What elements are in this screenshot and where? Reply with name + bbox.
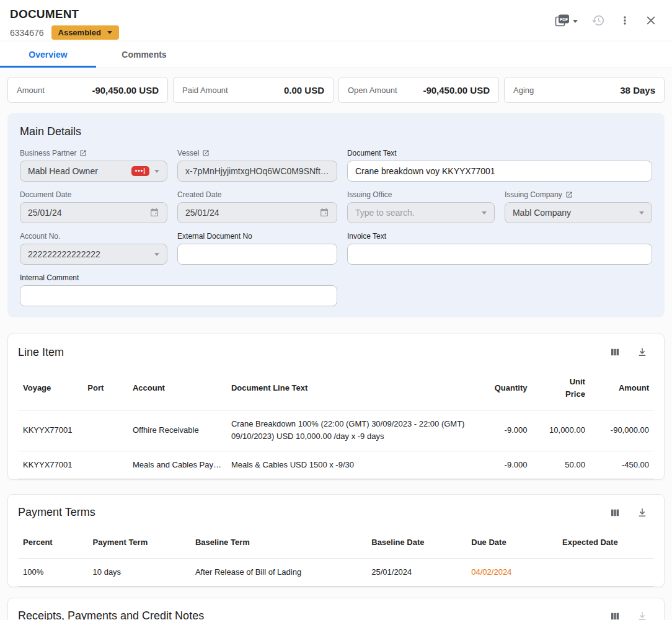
pdf-export-button[interactable]: PDF <box>551 11 581 32</box>
line-item-row[interactable]: KKYYX77001 Meals and Cables Pay… Meals &… <box>18 451 654 479</box>
columns-button[interactable] <box>606 505 624 521</box>
col-port: Port <box>82 366 128 410</box>
cell-account: Meals and Cables Pay… <box>133 459 221 471</box>
external-document-no-field: External Document No <box>177 231 337 265</box>
business-partner-value: Mabl Head Owner <box>28 166 126 176</box>
download-button-disabled[interactable] <box>633 608 652 620</box>
cell-document-line-text: Crane Breakdown 100% (22:00 (GMT) 30/09/… <box>226 410 480 451</box>
summary-row: Amount -90,450.00 USD Paid Amount 0.00 U… <box>0 68 672 103</box>
line-item-row[interactable]: KKYYX77001 Offhire Receivable Crane Brea… <box>18 410 654 451</box>
summary-label: Paid Amount <box>182 86 228 95</box>
download-icon <box>637 507 648 518</box>
col-amount: Amount <box>590 366 654 410</box>
col-document-line-text: Document Line Text <box>226 366 480 410</box>
summary-value: -90,450.00 USD <box>423 85 490 95</box>
mabl-marker-badge: •••| <box>131 166 149 176</box>
close-button[interactable] <box>641 12 661 31</box>
external-document-no-label: External Document No <box>177 232 252 241</box>
tab-comments[interactable]: Comments <box>96 42 192 68</box>
issuing-company-label: Issuing Company <box>505 190 562 199</box>
status-label: Assembled <box>58 28 101 37</box>
document-number: 6334676 <box>10 28 44 38</box>
external-link-icon[interactable] <box>565 191 573 198</box>
receipts-section: Receipts, Payments and Credit Notes Docu… <box>7 598 665 620</box>
download-icon <box>637 347 648 358</box>
business-partner-label: Business Partner <box>20 149 76 157</box>
chevron-down-icon <box>573 20 578 23</box>
line-item-table: Voyage Port Account Document Line Text Q… <box>18 366 654 479</box>
cell-percent: 100% <box>18 558 88 586</box>
account-no-select[interactable]: 222222222222222 <box>20 244 167 265</box>
document-text-input[interactable] <box>347 161 652 182</box>
issuing-company-value: Mabl Company <box>513 208 634 218</box>
issuing-company-select[interactable]: Mabl Company <box>505 202 652 223</box>
download-button[interactable] <box>633 505 652 521</box>
invoice-text-input[interactable] <box>347 244 652 265</box>
created-date-input[interactable]: 25/01/24 <box>177 202 337 223</box>
vessel-input[interactable]: x-7pMnHjyjimtxgHOq6WC0M9SNft… <box>177 161 337 182</box>
col-baseline-date: Baseline Date <box>366 527 466 559</box>
chevron-down-icon <box>107 31 112 34</box>
cell-voyage: KKYYX77001 <box>18 451 82 479</box>
history-icon <box>591 14 605 29</box>
columns-button[interactable] <box>606 344 624 360</box>
col-percent: Percent <box>18 527 88 559</box>
document-date-field: Document Date 25/01/24 <box>20 190 167 223</box>
issuing-office-placeholder: Type to search. <box>355 208 477 218</box>
col-unit-price: Unit Price <box>532 366 590 410</box>
created-date-value: 25/01/24 <box>185 208 314 218</box>
external-link-icon[interactable] <box>79 149 87 157</box>
status-badge[interactable]: Assembled <box>51 25 119 40</box>
cell-quantity: -9.000 <box>480 451 533 479</box>
payment-terms-table: Percent Payment Term Baseline Term Basel… <box>18 527 654 587</box>
document-date-input[interactable]: 25/01/24 <box>20 202 167 223</box>
calendar-icon <box>149 208 159 218</box>
download-button[interactable] <box>633 344 652 360</box>
business-partner-select[interactable]: Mabl Head Owner •••| <box>20 161 167 182</box>
summary-card-paid-amount: Paid Amount 0.00 USD <box>173 77 334 103</box>
external-document-no-input[interactable] <box>177 244 337 265</box>
section-title-main-details: Main Details <box>20 125 652 138</box>
payment-term-row[interactable]: 100% 10 days After Release of Bill of La… <box>18 558 654 586</box>
more-menu-button[interactable] <box>615 12 635 31</box>
columns-button[interactable] <box>606 608 624 620</box>
vessel-label: Vessel <box>177 149 199 157</box>
cell-voyage: KKYYX77001 <box>18 410 82 451</box>
account-no-label: Account No. <box>20 232 60 241</box>
cell-document-line-text: Meals & Cables USD 1500 x -9/30 <box>226 451 480 479</box>
cell-due-date: 04/02/2024 <box>466 558 557 586</box>
account-no-value: 222222222222222 <box>28 249 149 259</box>
chevron-down-icon <box>154 170 159 173</box>
chevron-down-icon <box>482 211 487 215</box>
summary-label: Open Amount <box>348 86 397 95</box>
cell-port <box>82 410 128 451</box>
payment-terms-section: Payment Terms Percent Payment Term Basel… <box>7 494 665 587</box>
external-link-icon[interactable] <box>202 149 210 157</box>
tab-overview[interactable]: Overview <box>0 42 96 68</box>
section-title-payment-terms: Payment Terms <box>18 506 95 519</box>
internal-comment-input[interactable] <box>20 285 337 306</box>
history-button[interactable] <box>588 11 609 32</box>
document-date-label: Document Date <box>20 190 71 199</box>
cell-account: Offhire Receivable <box>133 424 221 436</box>
cell-baseline-date: 25/01/2024 <box>366 558 466 586</box>
calendar-icon <box>319 208 329 218</box>
pdf-icon: PDF <box>555 14 570 29</box>
summary-value: -90,450.00 USD <box>92 85 159 95</box>
columns-icon <box>609 611 621 620</box>
created-date-label: Created Date <box>177 190 221 199</box>
line-item-section: Line Item Voyage Port Account Document L… <box>7 334 665 480</box>
vessel-field: Vessel x-7pMnHjyjimtxgHOq6WC0M9SNft… <box>177 148 337 182</box>
close-icon <box>645 14 657 29</box>
tab-bar: Overview Comments <box>0 42 672 68</box>
issuing-office-select[interactable]: Type to search. <box>347 202 495 223</box>
col-voyage: Voyage <box>18 366 82 410</box>
cell-port <box>82 451 128 479</box>
document-text-field: Document Text <box>347 148 652 182</box>
vessel-value: x-7pMnHjyjimtxgHOq6WC0M9SNft… <box>185 166 329 176</box>
cell-unit-price: 50.00 <box>532 451 590 479</box>
summary-card-amount: Amount -90,450.00 USD <box>7 77 168 103</box>
columns-icon <box>609 347 621 358</box>
internal-comment-label: Internal Comment <box>20 273 79 282</box>
cell-amount: -90,000.00 <box>590 410 654 451</box>
